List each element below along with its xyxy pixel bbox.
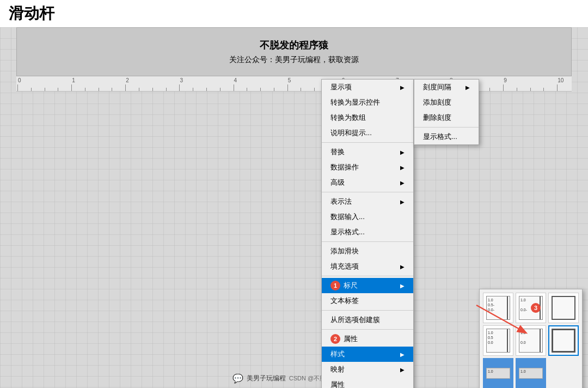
submenu-arrow-ruler-icon: ▶ [400, 283, 405, 289]
menu-item-replace[interactable]: 替换 ▶ [322, 144, 413, 160]
ruler-mark-15 [220, 76, 234, 91]
style-item-8[interactable]: 1.0 [516, 358, 546, 388]
separator-4 [322, 276, 413, 276]
ruler-mark-1 [31, 76, 45, 91]
menu-item-display-format[interactable]: 显示格式... [322, 225, 413, 240]
badge-1: 1 [330, 281, 340, 290]
menu-item-properties-2[interactable]: 属性 [322, 377, 413, 388]
badge-2: 2 [330, 334, 340, 344]
submenu-arrow-dataops-icon: ▶ [400, 165, 405, 171]
banner-subtitle: 关注公众号：美男子玩编程，获取资源 [229, 55, 359, 65]
ruler-mark-40: 10 [557, 76, 571, 91]
style-item-6[interactable] [548, 325, 579, 356]
separator-3 [322, 241, 413, 242]
ruler-mark-19 [274, 76, 287, 91]
style-item-7[interactable]: 1.0 [483, 358, 513, 388]
submenu-arrow-mapping-icon: ▶ [400, 351, 405, 357]
ruler-mark-3 [58, 76, 71, 91]
ruler-mark-36: 9 [503, 76, 517, 91]
submenu-ruler-format[interactable]: 显示格式... [414, 129, 479, 144]
ruler-mark-16: 4 [234, 76, 247, 91]
ruler-mark-39 [543, 76, 557, 91]
style-item-1[interactable]: 1.00.5-0.0- [483, 293, 513, 323]
submenu-ruler-delete[interactable]: 删除刻度 [414, 110, 479, 125]
submenu-arrow-interval-icon: ▶ [465, 84, 470, 90]
ruler-marks: 012345678910 [16, 76, 572, 91]
ruler-mark-4: 1 [71, 76, 85, 91]
menu-item-add-slider[interactable]: 添加滑块 [322, 244, 413, 259]
canvas-area: 不脱发的程序猿 关注公众号：美男子玩编程，获取资源 012345678910 显… [0, 27, 588, 388]
menu-item-ruler[interactable]: 1 标尺 ▶ [322, 278, 413, 293]
ruler-mark-10 [152, 76, 166, 91]
badge-3-container: 3 [531, 303, 544, 313]
menu-item-data-input[interactable]: 数据输入... [322, 209, 413, 225]
menu-item-data-ops[interactable]: 数据操作 ▶ [322, 160, 413, 175]
submenu-arrow-advanced-icon: ▶ [400, 180, 405, 186]
separator-2 [322, 192, 413, 192]
style-item-5[interactable]: 1.00.0 [516, 325, 546, 356]
menu-item-mapping-2[interactable]: 映射 ▶ [322, 362, 413, 377]
watermark-brand-text: 美男子玩编程 [247, 374, 286, 383]
menu-item-convert-control[interactable]: 转换为显示控件 [322, 95, 413, 110]
ruler-mark-11 [166, 76, 180, 91]
ruler-mark-7 [112, 76, 125, 91]
style-item-4[interactable]: 1.00.50.0 [483, 325, 513, 356]
menu-item-text-label[interactable]: 文本标签 [322, 293, 413, 308]
banner-title: 不脱发的程序猿 [260, 39, 328, 52]
style-item-3[interactable] [548, 293, 579, 323]
separator-6 [322, 329, 413, 330]
ruler-mark-9 [139, 76, 152, 91]
ruler-mark-21 [301, 76, 314, 91]
ruler-mark-13 [193, 76, 206, 91]
submenu-arrow-mapping2-icon: ▶ [400, 367, 405, 373]
submenu-separator-1 [414, 127, 479, 128]
submenu-arrow-rep-icon: ▶ [400, 199, 405, 205]
context-menu: 显示项 ▶ 转换为显示控件 转换为数组 说明和提示... 替换 ▶ 数据操作 ▶… [321, 79, 414, 388]
menu-item-display[interactable]: 显示项 ▶ [322, 80, 413, 95]
menu-item-advanced[interactable]: 高级 ▶ [322, 175, 413, 190]
submenu-arrow-icon: ▶ [400, 84, 405, 90]
ruler-mark-38 [530, 76, 544, 91]
ruler-mark-2 [45, 76, 58, 91]
ruler-mark-0: 0 [17, 76, 31, 91]
ruler-mark-20: 5 [287, 76, 301, 91]
menu-item-description[interactable]: 说明和提示... [322, 125, 413, 141]
ruler-mark-5 [85, 76, 99, 91]
separator-1 [322, 142, 413, 143]
menu-item-convert-array[interactable]: 转换为数组 [322, 110, 413, 125]
banner-area: 不脱发的程序猿 关注公众号：美男子玩编程，获取资源 [16, 27, 572, 76]
submenu-arrow-replace-icon: ▶ [400, 149, 405, 155]
wechat-icon: 💬 [232, 373, 243, 384]
ruler-mark-35 [489, 76, 503, 91]
submenu-arrow-fill-icon: ▶ [400, 264, 405, 270]
page-title: 滑动杆 [0, 0, 588, 27]
ruler: 012345678910 [16, 76, 572, 92]
menu-item-properties-1[interactable]: 2 属性 [322, 331, 413, 347]
submenu-ruler: 刻度间隔 ▶ 添加刻度 删除刻度 显示格式... [414, 79, 479, 145]
menu-item-representation[interactable]: 表示法 ▶ [322, 194, 413, 209]
ruler-mark-14 [206, 76, 220, 91]
ruler-mark-12: 3 [179, 76, 193, 91]
ruler-mark-6 [99, 76, 112, 91]
submenu-ruler-add[interactable]: 添加刻度 [414, 95, 479, 110]
ruler-mark-37 [517, 76, 530, 91]
submenu-ruler-interval[interactable]: 刻度间隔 ▶ [414, 80, 479, 95]
ruler-mark-18 [260, 76, 274, 91]
badge-3: 3 [531, 303, 541, 313]
separator-5 [322, 310, 413, 311]
ruler-mark-8: 2 [125, 76, 139, 91]
menu-item-mapping[interactable]: 样式 ▶ [322, 347, 413, 362]
menu-item-fill-options[interactable]: 填充选项 ▶ [322, 259, 413, 274]
ruler-mark-17 [247, 76, 260, 91]
menu-item-create-cluster[interactable]: 从所选项创建簇 [322, 312, 413, 328]
